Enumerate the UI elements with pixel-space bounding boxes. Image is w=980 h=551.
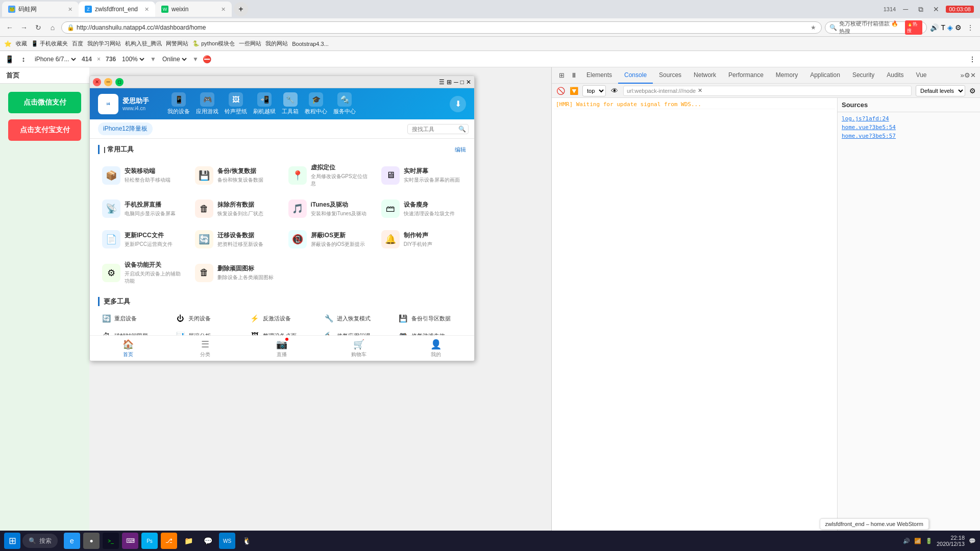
tool-backup[interactable]: 💾 备份/恢复数据 备份和恢复设备数据 [191, 159, 280, 191]
tool-slim[interactable]: 🗃 设备瘦身 快速清理设备垃圾文件 [377, 195, 466, 222]
bookmark-organ[interactable]: 机构入驻_腾讯 [125, 40, 162, 47]
devtools-tab-memory[interactable]: Memory [770, 67, 804, 84]
tool-features[interactable]: ⚙ 设备功能开关 开启或关闭设备上的辅助功能 [98, 257, 187, 289]
devtools-dock-side[interactable]: ⚙ [964, 71, 970, 79]
window-close[interactable]: ✕ [930, 4, 942, 15]
source-link-0[interactable]: log.js?1afd:24 [840, 114, 978, 123]
devtools-settings[interactable]: ⋮ [969, 55, 976, 63]
devtools-tab-console[interactable]: Console [618, 67, 653, 84]
tab-zwls[interactable]: Z zwlsfdfront_end ✕ [79, 2, 155, 17]
tool-block-update[interactable]: 📵 屏蔽iOS更新 屏蔽设备的iOS更新提示 [284, 226, 373, 253]
taskbar-notification-icon[interactable]: 💬 [969, 538, 976, 544]
edit-common-tools[interactable]: 编辑 [455, 146, 466, 154]
no-throttle-button[interactable]: ⛔ [203, 55, 211, 63]
tool-ipcc[interactable]: 📄 更新IPCC文件 更新IPCC运营商文件 [98, 226, 187, 253]
alipay-pay-button[interactable]: 点击支付宝支付 [8, 119, 81, 141]
tool-location[interactable]: 📍 虚拟定位 全局修改设备GPS定位信息 [284, 159, 373, 191]
source-link-1[interactable]: home.vue?3be5:54 [840, 123, 978, 132]
taskbar-app-webstorm[interactable]: WS [219, 533, 235, 549]
tool-del-icons[interactable]: 🗑 删除顽固图标 删除设备上各类顽固图标 [191, 257, 280, 289]
new-tab-button[interactable]: + [234, 2, 248, 16]
tool-screen[interactable]: 🖥 实时屏幕 实时显示设备屏幕的画面 [377, 159, 466, 191]
more-tool-recovery[interactable]: 🔧 进入恢复模式 [321, 311, 391, 325]
nav-my-device[interactable]: 📱 我的设备 [167, 92, 190, 115]
ext-icon-4[interactable]: ⚙ [955, 23, 962, 32]
app-restore-icon[interactable]: □ [460, 79, 464, 86]
taskbar-app-vs[interactable]: ⌨ [122, 533, 138, 549]
devtools-tab-network[interactable]: Network [688, 67, 722, 84]
nav-apps[interactable]: 🎮 应用游戏 [196, 92, 218, 115]
ext-icon-1[interactable]: 🔊 [930, 23, 939, 32]
app-minimize-icon[interactable]: ─ [454, 79, 458, 86]
app-maximize-button[interactable]: □ [115, 78, 124, 86]
app-view-list-icon[interactable]: ☰ [439, 79, 445, 86]
levels-selector[interactable]: Default levels [916, 85, 965, 96]
bookmark-mysite[interactable]: 我的网站 [265, 40, 288, 47]
start-button[interactable]: ⊞ [4, 533, 20, 549]
tool-itunes[interactable]: 🎵 iTunes及驱动 安装和修复iTunes及驱动 [284, 195, 373, 222]
window-restore[interactable]: ⧉ [915, 4, 926, 15]
nav-toolbox[interactable]: 🔧 工具箱 [282, 92, 299, 115]
ext-icon-3[interactable]: ◈ [947, 23, 953, 32]
taskbar-app-ie[interactable]: e [64, 533, 80, 549]
devtools-tab-vue[interactable]: Vue [910, 67, 933, 84]
bottom-nav-category[interactable]: ☰ 分类 [167, 339, 244, 358]
devtools-more-tabs[interactable]: » [961, 71, 964, 79]
taskbar-app-qq[interactable]: 🐧 [238, 533, 255, 549]
back-button[interactable]: ← [4, 22, 15, 33]
refresh-button[interactable]: ↻ [33, 22, 44, 33]
nav-ringtones[interactable]: 🖼 铃声壁纸 [225, 92, 247, 115]
tool-erase[interactable]: 🗑 抹除所有数据 恢复设备到出厂状态 [191, 195, 280, 222]
tool-cast[interactable]: 📡 手机投屏直播 电脑同步显示设备屏幕 [98, 195, 187, 222]
app-close-button[interactable]: ✕ [93, 78, 101, 86]
bookmark-collect[interactable]: 收藏 [16, 40, 27, 47]
source-link-2[interactable]: home.vue?3be5:57 [840, 132, 978, 140]
devtools-tab-elements[interactable]: Elements [580, 67, 618, 84]
tab-weixin[interactable]: W weixin ✕ [155, 2, 232, 17]
bookmark-police[interactable]: 网警网站 [166, 40, 188, 47]
nav-service[interactable]: 🔩 服务中心 [333, 92, 356, 115]
more-tool-reboot[interactable]: 🔄 重启设备 [98, 311, 169, 325]
tool-migrate[interactable]: 🔄 迁移设备数据 把资料迁移至新设备 [191, 226, 280, 253]
tab-codewa[interactable]: 🐸 码蛙网 ✕ [2, 2, 79, 17]
network-selector[interactable]: Online [160, 55, 188, 63]
taskbar-app-git[interactable]: ⎇ [161, 533, 177, 549]
taskbar-app-wechat[interactable]: 💬 [200, 533, 216, 549]
devtools-tab-security[interactable]: Security [846, 67, 880, 84]
devtools-close[interactable]: ✕ [970, 71, 976, 79]
devtools-tab-sources[interactable]: Sources [653, 67, 688, 84]
bottom-nav-profile[interactable]: 👤 我的 [397, 339, 474, 358]
tab-close-zwls[interactable]: ✕ [144, 6, 149, 13]
bookmark-study[interactable]: 我的学习网站 [87, 40, 121, 47]
device-type-toggle[interactable]: 📱 [4, 54, 14, 64]
bookmark-sites[interactable]: 一些网站 [239, 40, 261, 47]
taskbar-clock[interactable]: 22:18 2020/12/13 [937, 535, 965, 547]
devtools-pause-button[interactable]: ⏸ [568, 71, 580, 79]
window-minimize[interactable]: ─ [900, 4, 911, 15]
nav-jailbreak[interactable]: 📲 刷机越狱 [253, 92, 276, 115]
bookmark-bootstrap[interactable]: Bootstrap4.3... [292, 41, 329, 47]
console-clear-button[interactable]: 🚫 [556, 86, 565, 95]
more-tool-backup-boot[interactable]: 💾 备份引导区数据 [395, 311, 466, 325]
taskbar-app-ps[interactable]: Ps [141, 533, 158, 549]
bookmark-baidu[interactable]: 百度 [72, 40, 83, 47]
bottom-nav-cart[interactable]: 🛒 购物车 [321, 339, 398, 358]
taskbar-network-icon[interactable]: 📶 [914, 538, 921, 544]
eye-icon[interactable]: 👁 [610, 86, 619, 95]
devtools-settings-icon[interactable]: ⚙ [969, 87, 976, 95]
taskbar-app-1[interactable]: >_ [103, 533, 119, 549]
device-selector[interactable]: iPhone 6/7... [33, 55, 78, 63]
more-tool-deactivate[interactable]: ⚡ 反激活设备 [247, 311, 317, 325]
bookmark-phone[interactable]: 📱 手机收藏夹 [31, 40, 68, 47]
subnav-device-tab[interactable]: iPhone12降量板 [98, 122, 153, 135]
tab-close-codewa[interactable]: ✕ [68, 6, 72, 13]
context-selector[interactable]: top [582, 85, 606, 96]
tool-install-mobile[interactable]: 📦 安装移动端 轻松整合助手移动端 [98, 159, 187, 191]
nav-tutorials[interactable]: 🎓 教程中心 [305, 92, 327, 115]
devtools-tab-audits[interactable]: Audits [880, 67, 910, 84]
console-filter-input[interactable]: url:webpack-internal:///node ✕ [623, 86, 912, 96]
app-close-icon[interactable]: ✕ [466, 79, 471, 86]
tool-ringtone[interactable]: 🔔 制作铃声 DIY手机铃声 [377, 226, 466, 253]
address-bar[interactable]: 🔒 http://duanshuilu.natapp4.cc/#/dashboa… [61, 21, 822, 34]
devtools-tab-application[interactable]: Application [804, 67, 846, 84]
